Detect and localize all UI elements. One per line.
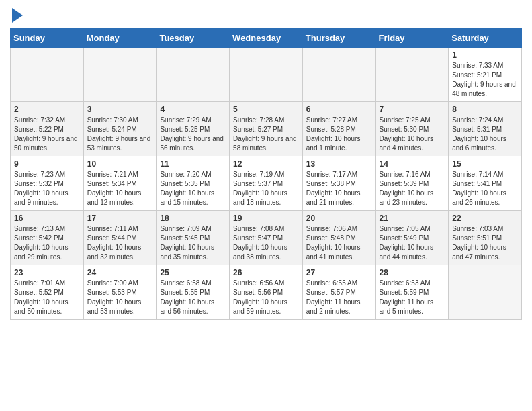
day-number: 2 (14, 105, 80, 114)
calendar-cell: 13Sunrise: 7:17 AM Sunset: 5:38 PM Dayli… (302, 156, 375, 211)
logo (10, 7, 23, 23)
calendar-cell: 9Sunrise: 7:23 AM Sunset: 5:32 PM Daylig… (11, 156, 84, 211)
day-number: 11 (160, 159, 226, 169)
calendar-cell: 5Sunrise: 7:28 AM Sunset: 5:27 PM Daylig… (230, 102, 303, 156)
calendar-week-row: 23Sunrise: 7:01 AM Sunset: 5:52 PM Dayli… (11, 265, 522, 320)
day-number: 5 (233, 105, 299, 114)
calendar-cell: 22Sunrise: 7:03 AM Sunset: 5:51 PM Dayli… (449, 211, 522, 265)
calendar-table: SundayMondayTuesdayWednesdayThursdayFrid… (10, 28, 522, 320)
day-number: 10 (87, 159, 153, 169)
day-of-week-header: Monday (83, 29, 157, 48)
day-number: 26 (233, 268, 299, 277)
day-number: 24 (87, 268, 153, 277)
calendar-cell (230, 48, 303, 102)
day-number: 14 (380, 159, 445, 169)
day-info: Sunrise: 7:06 AM Sunset: 5:48 PM Dayligh… (306, 224, 372, 262)
day-number: 18 (160, 214, 226, 223)
calendar-cell: 17Sunrise: 7:11 AM Sunset: 5:44 PM Dayli… (83, 211, 157, 265)
day-of-week-header: Sunday (11, 29, 84, 48)
day-info: Sunrise: 7:28 AM Sunset: 5:27 PM Dayligh… (233, 116, 299, 153)
calendar-cell: 28Sunrise: 6:53 AM Sunset: 5:59 PM Dayli… (375, 265, 449, 320)
day-of-week-header: Wednesday (230, 29, 303, 48)
day-number: 9 (14, 159, 80, 169)
day-number: 12 (233, 159, 299, 169)
calendar-cell: 15Sunrise: 7:14 AM Sunset: 5:41 PM Dayli… (449, 156, 522, 211)
calendar-cell (11, 48, 84, 102)
day-info: Sunrise: 6:55 AM Sunset: 5:57 PM Dayligh… (306, 279, 372, 316)
calendar-cell: 14Sunrise: 7:16 AM Sunset: 5:39 PM Dayli… (375, 156, 449, 211)
day-of-week-header: Thursday (302, 29, 375, 48)
calendar-cell: 3Sunrise: 7:30 AM Sunset: 5:24 PM Daylig… (83, 102, 157, 156)
day-info: Sunrise: 7:01 AM Sunset: 5:52 PM Dayligh… (14, 279, 80, 316)
calendar-cell: 2Sunrise: 7:32 AM Sunset: 5:22 PM Daylig… (11, 102, 84, 156)
calendar-cell: 11Sunrise: 7:20 AM Sunset: 5:35 PM Dayli… (157, 156, 230, 211)
day-of-week-header: Friday (375, 29, 449, 48)
calendar-week-row: 9Sunrise: 7:23 AM Sunset: 5:32 PM Daylig… (11, 156, 522, 211)
day-number: 23 (14, 268, 80, 277)
day-number: 15 (452, 159, 518, 169)
day-number: 1 (452, 50, 518, 60)
day-number: 25 (160, 268, 226, 277)
day-info: Sunrise: 6:58 AM Sunset: 5:55 PM Dayligh… (160, 279, 226, 316)
logo-arrow-icon (12, 8, 23, 23)
calendar-cell: 19Sunrise: 7:08 AM Sunset: 5:47 PM Dayli… (230, 211, 303, 265)
day-info: Sunrise: 7:33 AM Sunset: 5:21 PM Dayligh… (452, 61, 518, 99)
day-info: Sunrise: 7:14 AM Sunset: 5:41 PM Dayligh… (452, 170, 518, 208)
day-info: Sunrise: 7:24 AM Sunset: 5:31 PM Dayligh… (452, 116, 518, 153)
day-number: 21 (380, 214, 445, 223)
day-info: Sunrise: 7:21 AM Sunset: 5:34 PM Dayligh… (87, 170, 153, 208)
day-info: Sunrise: 7:17 AM Sunset: 5:38 PM Dayligh… (306, 170, 372, 208)
day-info: Sunrise: 7:00 AM Sunset: 5:53 PM Dayligh… (87, 279, 153, 316)
calendar-header-row: SundayMondayTuesdayWednesdayThursdayFrid… (11, 29, 522, 48)
calendar-cell: 6Sunrise: 7:27 AM Sunset: 5:28 PM Daylig… (302, 102, 375, 156)
day-number: 27 (306, 268, 372, 277)
calendar-cell: 27Sunrise: 6:55 AM Sunset: 5:57 PM Dayli… (302, 265, 375, 320)
calendar-cell (157, 48, 230, 102)
day-number: 6 (306, 105, 372, 114)
day-number: 7 (380, 105, 445, 114)
calendar-cell: 7Sunrise: 7:25 AM Sunset: 5:30 PM Daylig… (375, 102, 449, 156)
calendar-cell (375, 48, 449, 102)
day-number: 8 (452, 105, 518, 114)
calendar-cell: 23Sunrise: 7:01 AM Sunset: 5:52 PM Dayli… (11, 265, 84, 320)
day-number: 13 (306, 159, 372, 169)
day-number: 22 (452, 214, 518, 223)
calendar-cell: 24Sunrise: 7:00 AM Sunset: 5:53 PM Dayli… (83, 265, 157, 320)
calendar-cell: 26Sunrise: 6:56 AM Sunset: 5:56 PM Dayli… (230, 265, 303, 320)
day-info: Sunrise: 7:25 AM Sunset: 5:30 PM Dayligh… (380, 116, 445, 153)
calendar-cell: 1Sunrise: 7:33 AM Sunset: 5:21 PM Daylig… (449, 48, 522, 102)
day-number: 4 (160, 105, 226, 114)
day-info: Sunrise: 7:09 AM Sunset: 5:45 PM Dayligh… (160, 224, 226, 262)
day-info: Sunrise: 7:32 AM Sunset: 5:22 PM Dayligh… (14, 116, 80, 153)
day-number: 19 (233, 214, 299, 223)
day-info: Sunrise: 7:08 AM Sunset: 5:47 PM Dayligh… (233, 224, 299, 262)
calendar-cell: 25Sunrise: 6:58 AM Sunset: 5:55 PM Dayli… (157, 265, 230, 320)
day-number: 17 (87, 214, 153, 223)
calendar-week-row: 1Sunrise: 7:33 AM Sunset: 5:21 PM Daylig… (11, 48, 522, 102)
day-info: Sunrise: 7:13 AM Sunset: 5:42 PM Dayligh… (14, 224, 80, 262)
day-info: Sunrise: 7:05 AM Sunset: 5:49 PM Dayligh… (380, 224, 445, 262)
day-info: Sunrise: 7:30 AM Sunset: 5:24 PM Dayligh… (87, 116, 153, 153)
day-info: Sunrise: 6:53 AM Sunset: 5:59 PM Dayligh… (380, 279, 445, 316)
calendar-cell: 4Sunrise: 7:29 AM Sunset: 5:25 PM Daylig… (157, 102, 230, 156)
calendar-cell: 18Sunrise: 7:09 AM Sunset: 5:45 PM Dayli… (157, 211, 230, 265)
calendar-cell: 21Sunrise: 7:05 AM Sunset: 5:49 PM Dayli… (375, 211, 449, 265)
day-info: Sunrise: 7:11 AM Sunset: 5:44 PM Dayligh… (87, 224, 153, 262)
day-of-week-header: Tuesday (157, 29, 230, 48)
day-info: Sunrise: 7:03 AM Sunset: 5:51 PM Dayligh… (452, 224, 518, 262)
day-info: Sunrise: 7:19 AM Sunset: 5:37 PM Dayligh… (233, 170, 299, 208)
day-number: 16 (14, 214, 80, 223)
calendar-cell: 20Sunrise: 7:06 AM Sunset: 5:48 PM Dayli… (302, 211, 375, 265)
calendar-week-row: 16Sunrise: 7:13 AM Sunset: 5:42 PM Dayli… (11, 211, 522, 265)
day-number: 20 (306, 214, 372, 223)
calendar-cell (449, 265, 522, 320)
day-info: Sunrise: 7:20 AM Sunset: 5:35 PM Dayligh… (160, 170, 226, 208)
calendar-cell: 16Sunrise: 7:13 AM Sunset: 5:42 PM Dayli… (11, 211, 84, 265)
header (10, 7, 522, 23)
calendar-cell (302, 48, 375, 102)
calendar-week-row: 2Sunrise: 7:32 AM Sunset: 5:22 PM Daylig… (11, 102, 522, 156)
calendar-cell: 12Sunrise: 7:19 AM Sunset: 5:37 PM Dayli… (230, 156, 303, 211)
day-number: 28 (380, 268, 445, 277)
day-info: Sunrise: 7:23 AM Sunset: 5:32 PM Dayligh… (14, 170, 80, 208)
day-info: Sunrise: 7:27 AM Sunset: 5:28 PM Dayligh… (306, 116, 372, 153)
